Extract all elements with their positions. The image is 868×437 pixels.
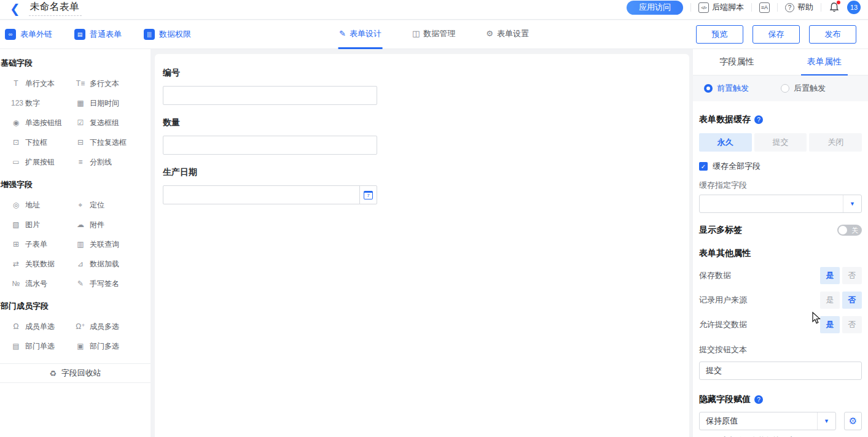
palette-field-item[interactable]: ▣ 部门多选 (76, 336, 140, 356)
palette-field-item[interactable]: ☑ 复选框组 (76, 113, 140, 133)
action-button[interactable]: 预览 (696, 25, 743, 44)
palette-field-item[interactable]: ⊡ 下拉框 (11, 133, 76, 152)
docs-icon[interactable]: ≡A (759, 2, 770, 13)
cache-section-title: 表单数据缓存 ? (699, 114, 862, 126)
help-button[interactable]: ? 帮助 (785, 2, 813, 13)
setting-label: 保存数据 (699, 270, 820, 281)
palette-field-item[interactable]: 123 数字 (11, 93, 76, 113)
palette-field-item[interactable]: ⇄ 关联数据 (11, 254, 76, 274)
palette-field-item[interactable]: T≡ 多行文本 (76, 74, 140, 93)
toolbar-link[interactable]: ∞ 表单外链 (5, 29, 52, 40)
palette-field-item[interactable]: ▭ 扩展按钮 (11, 152, 76, 172)
help-icon[interactable]: ? (754, 395, 763, 404)
notification-bell-icon[interactable] (829, 2, 840, 13)
cache-all-fields-row[interactable]: ✓ 缓存全部字段 (699, 160, 862, 172)
field-type-label: 单行文本 (25, 79, 55, 89)
field-type-label: 数字 (25, 98, 40, 109)
main-tab[interactable]: ⚙ 表单设置 (485, 20, 530, 49)
cache-mode-button[interactable]: 永久 (699, 133, 752, 152)
yes-button[interactable]: 是 (820, 316, 840, 333)
canvas-field-label: 编号 (163, 68, 377, 80)
toolbar-link[interactable]: ▤ 普通表单 (74, 29, 122, 40)
app-access-button[interactable]: 应用访问 (627, 1, 683, 15)
multi-tab-toggle[interactable]: 关 (837, 225, 862, 236)
checkbox-label: 缓存全部字段 (713, 161, 760, 172)
date-picker-suffix[interactable]: 7 (359, 186, 377, 204)
action-button[interactable]: 保存 (753, 25, 800, 44)
canvas-field[interactable]: 生产日期 7 (163, 167, 377, 204)
cache-mode-button[interactable]: 提交 (754, 133, 807, 152)
palette-field-item[interactable]: ◎ 地址 (11, 195, 76, 215)
field-type-icon: Ω⁺ (76, 322, 85, 331)
checkbox-checked-icon[interactable]: ✓ (699, 162, 708, 171)
toolbar-link-icon: ▤ (74, 29, 85, 40)
cache-mode-button[interactable]: 关闭 (809, 133, 862, 152)
field-type-label: 单选按钮组 (25, 118, 62, 128)
palette-section-title: 基础字段 (0, 58, 151, 69)
trigger-radio[interactable]: 前置触发 (704, 83, 749, 94)
toolbar-link-label: 普通表单 (90, 29, 122, 40)
palette-field-item[interactable]: ◉ 单选按钮组 (11, 113, 76, 133)
field-type-label: 图片 (25, 220, 40, 230)
tab-icon: ✎ (339, 29, 346, 38)
palette-field-item[interactable]: ☁ 附件 (76, 215, 140, 234)
panel-tab[interactable]: 字段属性 (693, 49, 781, 75)
palette-field-item[interactable]: Ω 成员单选 (11, 317, 76, 336)
field-type-icon: Ω (11, 322, 21, 331)
field-type-icon: ⊿ (76, 260, 85, 268)
main-tab[interactable]: ✎ 表单设计 (338, 20, 383, 49)
toolbar-link[interactable]: ||| 数据权限 (144, 29, 191, 40)
field-type-label: 附件 (90, 220, 104, 230)
no-button[interactable]: 否 (842, 267, 862, 284)
palette-field-item[interactable]: T 单行文本 (11, 74, 76, 93)
back-icon[interactable]: ❮ (10, 2, 20, 15)
palette-field-item[interactable]: ▧ 图片 (11, 215, 76, 234)
palette-field-item[interactable]: ⌖ 定位 (76, 195, 140, 215)
field-type-label: 数据加载 (90, 259, 119, 269)
toolbar: ∞ 表单外链 ▤ 普通表单 ||| 数据权限 ✎ 表单设计 ◫ 数据管理 ⚙ 表… (0, 20, 868, 49)
palette-field-item[interactable]: ⊟ 下拉复选框 (76, 133, 140, 152)
gear-button[interactable]: ⚙ (844, 412, 862, 430)
cache-fields-select[interactable]: ▼ (699, 195, 862, 213)
chevron-down-icon: ▼ (843, 195, 861, 212)
yes-button[interactable]: 是 (820, 292, 840, 309)
canvas-field-input[interactable] (163, 136, 377, 155)
canvas-field[interactable]: 编号 (163, 68, 377, 105)
field-type-icon: ▤ (11, 342, 21, 350)
field-type-label: 定位 (90, 200, 104, 211)
canvas-field-input[interactable]: 7 (163, 185, 377, 204)
form-canvas[interactable]: 编号 数量 生产日期 7 (155, 54, 689, 437)
palette-field-item[interactable]: ▥ 关联查询 (76, 234, 140, 254)
palette-field-item[interactable]: № 流水号 (11, 274, 76, 293)
field-type-icon: ⌖ (76, 201, 85, 209)
palette-field-item[interactable]: Ω⁺ 成员多选 (76, 317, 140, 336)
hidden-assign-select[interactable]: 保持原值 ▼ (699, 412, 836, 430)
field-type-label: 地址 (25, 200, 40, 211)
field-recycle-bin-button[interactable]: ♻ 字段回收站 (0, 363, 151, 383)
palette-field-item[interactable]: ⊞ 子表单 (11, 234, 76, 254)
canvas-field-input[interactable] (163, 86, 377, 105)
palette-field-item[interactable]: ≡ 分割线 (76, 152, 140, 172)
radio-icon (704, 84, 713, 93)
backend-script-button[interactable]: </> 后端脚本 (698, 2, 744, 13)
question-icon: ? (785, 3, 794, 12)
field-type-icon: ▣ (76, 342, 85, 350)
canvas-field[interactable]: 数量 (163, 117, 377, 155)
form-title[interactable]: 未命名表单 (29, 1, 82, 16)
trigger-option-strip: 前置触发 后置触发 (693, 75, 868, 101)
action-button[interactable]: 发布 (809, 25, 856, 44)
field-type-label: 复选框组 (90, 118, 119, 128)
no-button[interactable]: 否 (842, 316, 862, 333)
trigger-radio[interactable]: 后置触发 (781, 83, 826, 94)
yes-button[interactable]: 是 (820, 267, 840, 284)
help-icon[interactable]: ? (754, 115, 763, 124)
avatar[interactable]: 13 (847, 1, 861, 14)
palette-field-item[interactable]: ▤ 部门单选 (11, 336, 76, 356)
palette-field-item[interactable]: ✎ 手写签名 (76, 274, 140, 293)
palette-field-item[interactable]: ⊿ 数据加载 (76, 254, 140, 274)
palette-field-item[interactable]: ▦ 日期时间 (76, 93, 140, 113)
panel-tab[interactable]: 表单属性 (781, 49, 868, 75)
main-tab[interactable]: ◫ 数据管理 (411, 20, 456, 49)
no-button[interactable]: 否 (842, 292, 862, 309)
submit-text-input[interactable] (699, 362, 862, 380)
